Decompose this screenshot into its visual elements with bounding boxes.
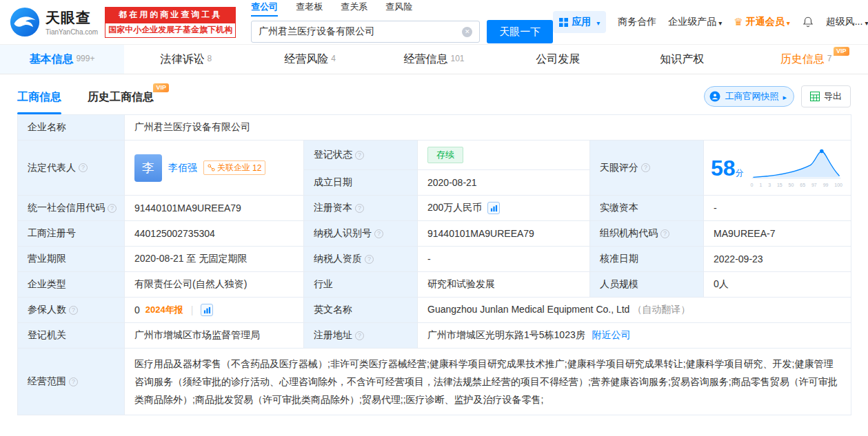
slogan-line1: 都在用的商业查询工具 <box>105 7 236 23</box>
tab-count: 999+ <box>76 54 94 63</box>
legal-rep-cell: 李 李佰强 关联企业 12 <box>125 141 304 196</box>
insured-count-cell: 0 2024年报 | <box>125 298 304 323</box>
info-icon[interactable] <box>374 229 383 238</box>
snapshot-label: 工商官网快照 <box>725 90 778 103</box>
info-icon[interactable] <box>355 151 364 160</box>
related-companies-badge[interactable]: 关联企业 12 <box>203 160 265 175</box>
main-nav-tabs: 基本信息 999+ 法律诉讼 8 经营风险 4 经营信息 101 公司发展 知识… <box>0 44 868 74</box>
row-business-term: 营业期限 2020-08-21 至 无固定期限 纳税人资质 - 核准日期 202… <box>18 247 851 272</box>
taxpayer-id-value: 91440101MA9UREEA79 <box>418 221 590 247</box>
notification-bell-icon[interactable] <box>802 16 814 28</box>
search-tab-relation[interactable]: 查关系 <box>341 1 367 17</box>
english-name-cell: Guangzhou Junlan Medical Equipment Co., … <box>418 298 851 323</box>
field-label: 法定代表人 <box>18 141 125 196</box>
field-label: 注册资本 <box>304 196 418 221</box>
sub-tab-history-business-registration[interactable]: 历史工商信息 VIP <box>88 90 154 114</box>
tab-count: 8 <box>207 54 212 63</box>
english-name-value: Guangzhou Junlan Medical Equipment Co., … <box>427 304 629 315</box>
menu-enterprise-product[interactable]: 企业级产品 <box>668 16 722 28</box>
search-area: 查公司 查老板 查关系 查风险 天眼一下 <box>251 1 553 43</box>
snapshot-icon <box>709 91 720 102</box>
credit-code-value: 91440101MA9UREEA79 <box>125 196 304 221</box>
info-icon[interactable] <box>365 255 374 264</box>
sub-tab-business-registration[interactable]: 工商信息 <box>17 90 61 114</box>
menu-open-vip[interactable]: 开通会员 <box>734 16 789 28</box>
header: 天眼查 TianYanCha.com 都在用的商业查询工具 国家中小企业发展子基… <box>0 0 868 44</box>
crown-icon <box>734 16 743 28</box>
info-icon[interactable] <box>79 163 88 172</box>
label-text: 核准日期 <box>600 253 638 265</box>
sub-tab-label: 工商信息 <box>17 91 61 103</box>
official-snapshot-button[interactable]: 工商官网快照 <box>704 86 794 107</box>
annual-report-link[interactable]: 2024年报 <box>145 304 183 316</box>
org-code-value: MA9UREEA-7 <box>704 221 851 247</box>
clear-icon[interactable] <box>462 27 472 37</box>
row-company-name: 企业名称 广州君兰医疗设备有限公司 <box>18 115 851 141</box>
label-text: 登记机关 <box>28 329 66 342</box>
label-text: 英文名称 <box>314 304 352 316</box>
label-text: 纳税人识别号 <box>314 227 372 240</box>
info-icon[interactable] <box>641 163 650 172</box>
slogan-line2: 国家中小企业发展子基金旗下机构 <box>105 23 236 38</box>
row-reg-authority: 登记机关 广州市增城区市场监督管理局 注册地址 广州市增城区光明东路1号5栋10… <box>18 323 851 349</box>
company-info-table: 企业名称 广州君兰医疗设备有限公司 法定代表人 李 李佰强 关联企业 12 <box>17 114 851 415</box>
tab-company-development[interactable]: 公司发展 <box>496 45 620 74</box>
info-icon[interactable] <box>660 229 669 238</box>
legal-rep-link[interactable]: 李佰强 <box>168 162 197 174</box>
sub-tabs-row: 工商信息 历史工商信息 VIP 工商官网快照 导出 <box>0 74 868 114</box>
reg-capital-value: 200万人民币 <box>427 202 482 214</box>
field-label: 行业 <box>304 272 418 298</box>
label-text: 参保人数 <box>28 304 66 316</box>
tab-history-info[interactable]: 历史信息 7 VIP <box>744 45 868 74</box>
legal-rep-avatar[interactable]: 李 <box>134 154 162 182</box>
tab-business-risk[interactable]: 经营风险 4 <box>248 45 372 74</box>
tab-count: 7 <box>827 54 832 63</box>
reg-address-value: 广州市增城区光明东路1号5栋1023房 <box>427 329 585 340</box>
label-text: 实缴资本 <box>600 202 638 214</box>
score-distribution-chart: 01 315 5065 9799 100 <box>749 148 844 187</box>
search-input[interactable] <box>259 26 462 37</box>
business-scope-value: 医疗用品及器材零售（不含药品及医疗器械）;非许可类医疗器械经营;健康科学项目研究… <box>125 349 851 415</box>
tab-legal-proceedings[interactable]: 法律诉讼 8 <box>124 45 248 74</box>
chevron-down-icon <box>862 17 868 28</box>
row-credit-code: 统一社会信用代码 91440101MA9UREEA79 注册资本 200万人民币… <box>18 196 851 221</box>
label-text: 人员规模 <box>600 278 638 291</box>
info-icon[interactable] <box>69 306 78 315</box>
sub-tab-label: 历史工商信息 <box>88 91 154 103</box>
divider: | <box>191 304 194 315</box>
label-text: 注册资本 <box>314 202 352 214</box>
row-business-scope: 经营范围 医疗用品及器材零售（不含药品及医疗器械）;非许可类医疗器械经营;健康科… <box>18 349 851 415</box>
label-text: 法定代表人 <box>28 162 76 174</box>
tab-label: 知识产权 <box>660 52 704 67</box>
search-tab-risk[interactable]: 查风险 <box>385 1 412 17</box>
label-text: 成立日期 <box>314 176 352 189</box>
label-text: 组织机构代码 <box>600 227 658 240</box>
field-label: 注册地址 <box>304 323 418 349</box>
tab-business-info[interactable]: 经营信息 101 <box>372 45 496 74</box>
tab-intellectual-property[interactable]: 知识产权 <box>620 45 744 74</box>
search-button[interactable]: 天眼一下 <box>487 20 553 43</box>
search-tab-company[interactable]: 查公司 <box>251 1 278 17</box>
apps-label: 应用 <box>572 16 591 28</box>
apps-menu[interactable]: 应用 <box>553 11 606 33</box>
tab-basic-info[interactable]: 基本信息 999+ <box>0 45 124 74</box>
label-text: 行业 <box>314 278 333 291</box>
business-term-value: 2020-08-21 至 无固定期限 <box>125 247 304 272</box>
nearby-companies-link[interactable]: 附近公司 <box>592 329 631 340</box>
export-button[interactable]: 导出 <box>801 85 851 107</box>
row-legal-rep: 法定代表人 李 李佰强 关联企业 12 登记状态 存续 <box>18 141 851 170</box>
menu-business-cooperation[interactable]: 商务合作 <box>618 16 656 28</box>
info-icon[interactable] <box>355 331 364 340</box>
insured-history-chart-icon[interactable] <box>201 304 213 316</box>
search-tab-boss[interactable]: 查老板 <box>296 1 323 17</box>
reg-address-cell: 广州市增城区光明东路1号5栋1023房 附近公司 <box>418 323 851 349</box>
info-icon[interactable] <box>108 204 117 213</box>
menu-super-risk[interactable]: 超级风... <box>826 16 868 28</box>
info-icon[interactable] <box>355 204 364 213</box>
field-label: 成立日期 <box>304 170 418 196</box>
tianyancha-logo[interactable]: 天眼查 TianYanCha.com <box>10 7 98 37</box>
capital-history-chart-icon[interactable] <box>487 202 500 214</box>
info-icon[interactable] <box>69 377 78 386</box>
tab-label: 公司发展 <box>536 52 580 67</box>
auto-translate-note: （自动翻译） <box>632 304 690 315</box>
